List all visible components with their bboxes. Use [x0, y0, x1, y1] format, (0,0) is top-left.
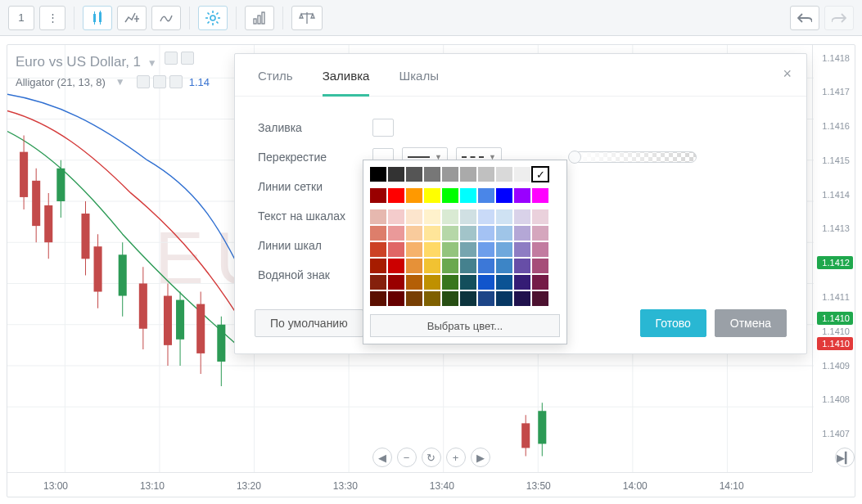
- color-swatch[interactable]: [406, 209, 422, 224]
- color-swatch[interactable]: [496, 167, 512, 182]
- color-swatch[interactable]: [478, 259, 494, 273]
- tab-scales[interactable]: Шкалы: [399, 69, 439, 96]
- color-swatch[interactable]: [478, 188, 494, 203]
- step-fwd-button[interactable]: ▶: [471, 448, 490, 467]
- color-swatch[interactable]: [496, 259, 512, 273]
- zoom-in-button[interactable]: +: [446, 448, 466, 467]
- color-swatch[interactable]: [514, 188, 530, 203]
- color-swatch[interactable]: [424, 291, 440, 306]
- color-swatch[interactable]: [514, 291, 530, 306]
- color-swatch[interactable]: [496, 275, 512, 290]
- x-axis[interactable]: 13:0013:1013:2013:3013:4013:5014:0014:10: [7, 472, 812, 497]
- color-swatch[interactable]: [478, 226, 494, 241]
- color-swatch[interactable]: [424, 188, 440, 203]
- ind-settings-button[interactable]: [153, 75, 166, 88]
- color-swatch[interactable]: [514, 209, 530, 224]
- color-swatch[interactable]: [460, 226, 476, 241]
- done-button[interactable]: Готово: [640, 309, 706, 337]
- defaults-button[interactable]: По умолчанию: [255, 309, 363, 337]
- color-swatch[interactable]: [442, 188, 458, 203]
- color-swatch[interactable]: [532, 242, 548, 257]
- color-swatch[interactable]: [370, 167, 386, 182]
- color-swatch[interactable]: [460, 242, 476, 257]
- color-swatch[interactable]: [388, 259, 404, 273]
- tab-style[interactable]: Стиль: [258, 69, 293, 96]
- color-swatch[interactable]: [388, 167, 404, 182]
- color-swatch[interactable]: [460, 291, 476, 306]
- ind-close-button[interactable]: [169, 75, 183, 88]
- scales-button[interactable]: [291, 6, 323, 30]
- color-swatch[interactable]: [370, 226, 386, 241]
- color-swatch[interactable]: [424, 209, 440, 224]
- color-swatch[interactable]: [478, 291, 494, 306]
- dialog-close-button[interactable]: ×: [783, 65, 792, 83]
- color-swatch[interactable]: [532, 226, 548, 241]
- color-swatch[interactable]: [370, 275, 386, 290]
- color-swatch[interactable]: [370, 242, 386, 257]
- color-swatch[interactable]: [388, 209, 404, 224]
- crosshair-alpha-slider[interactable]: [574, 151, 697, 163]
- color-swatch[interactable]: [388, 242, 404, 257]
- color-swatch[interactable]: [514, 275, 530, 290]
- indicator-label[interactable]: Alligator (21, 13, 8): [16, 76, 106, 88]
- color-swatch[interactable]: [514, 259, 530, 273]
- color-swatch[interactable]: [460, 188, 476, 203]
- color-swatch[interactable]: [532, 259, 548, 273]
- undo-button[interactable]: [790, 6, 819, 30]
- chart-title[interactable]: Euro vs US Dollar, 1: [16, 54, 141, 70]
- custom-color-button[interactable]: Выбрать цвет...: [370, 314, 560, 337]
- color-swatch[interactable]: [406, 259, 422, 273]
- color-swatch[interactable]: [406, 167, 422, 182]
- color-swatch[interactable]: [532, 188, 548, 203]
- color-swatch[interactable]: [496, 242, 512, 257]
- color-swatch[interactable]: [388, 275, 404, 290]
- color-swatch[interactable]: [388, 226, 404, 241]
- color-swatch[interactable]: [442, 242, 458, 257]
- color-swatch[interactable]: [514, 226, 530, 241]
- color-swatch[interactable]: [514, 167, 530, 182]
- color-swatch[interactable]: [406, 242, 422, 257]
- step-back-button[interactable]: ◀: [372, 448, 392, 467]
- color-swatch[interactable]: [424, 242, 440, 257]
- color-swatch[interactable]: [442, 226, 458, 241]
- go-to-realtime-button[interactable]: ▶▎: [835, 448, 855, 467]
- tab-fill[interactable]: Заливка: [323, 69, 370, 97]
- color-swatch[interactable]: [514, 242, 530, 257]
- color-swatch[interactable]: [424, 275, 440, 290]
- candles-button[interactable]: [83, 6, 112, 30]
- chevron-down-icon[interactable]: ▼: [115, 76, 125, 88]
- color-swatch[interactable]: [442, 291, 458, 306]
- color-swatch[interactable]: [442, 275, 458, 290]
- color-swatch[interactable]: [370, 188, 386, 203]
- indicators-button[interactable]: [151, 6, 181, 30]
- timeframe-selector[interactable]: 1: [8, 6, 34, 30]
- color-swatch[interactable]: [460, 167, 476, 182]
- settings-button[interactable]: [198, 6, 228, 30]
- color-swatch[interactable]: [388, 291, 404, 306]
- color-swatch[interactable]: [478, 242, 494, 257]
- zoom-out-button[interactable]: −: [397, 448, 417, 467]
- color-swatch[interactable]: [424, 226, 440, 241]
- fill-color-swatch[interactable]: [372, 119, 394, 137]
- color-swatch[interactable]: [406, 188, 422, 203]
- chevron-down-icon[interactable]: ▼: [147, 57, 157, 69]
- color-swatch[interactable]: [496, 291, 512, 306]
- color-swatch[interactable]: [370, 291, 386, 306]
- color-swatch[interactable]: [532, 275, 548, 290]
- color-swatch[interactable]: [496, 209, 512, 224]
- tf-list-button[interactable]: ⋮: [39, 6, 65, 30]
- color-swatch[interactable]: [370, 209, 386, 224]
- color-swatch[interactable]: [388, 188, 404, 203]
- redo-button[interactable]: [824, 6, 854, 30]
- y-axis[interactable]: 1.14181.14171.14161.14151.14141.14131.14…: [812, 45, 855, 472]
- color-swatch[interactable]: [478, 167, 494, 182]
- compare-button[interactable]: [117, 6, 147, 30]
- cancel-button[interactable]: Отмена: [715, 309, 787, 337]
- color-swatch[interactable]: [406, 226, 422, 241]
- color-swatch[interactable]: [442, 209, 458, 224]
- color-swatch[interactable]: [460, 275, 476, 290]
- color-swatch[interactable]: [406, 275, 422, 290]
- color-swatch[interactable]: [532, 291, 548, 306]
- title-more-button[interactable]: [181, 52, 194, 65]
- color-swatch[interactable]: [496, 188, 512, 203]
